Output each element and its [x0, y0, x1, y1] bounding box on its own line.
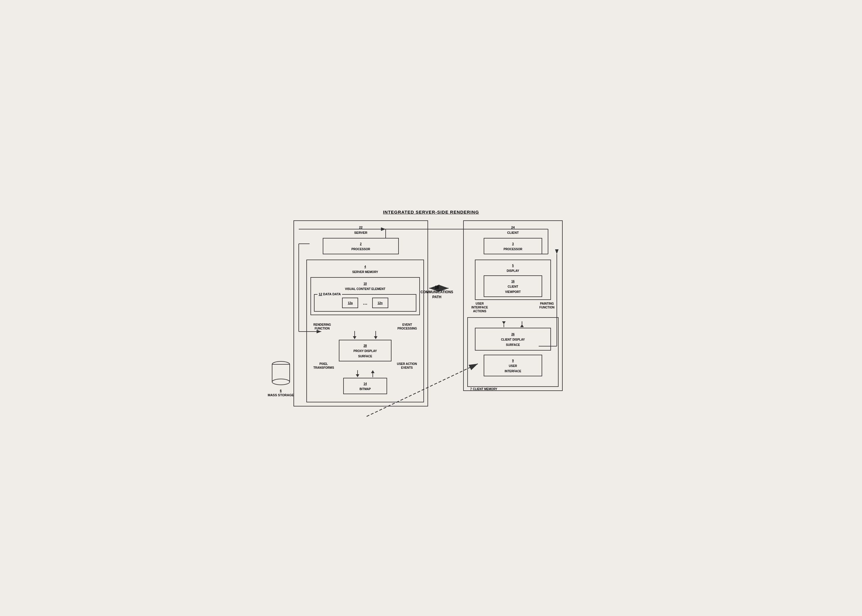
ui-actions-label: USERINTERFACEACTIONS: [471, 302, 488, 313]
rendering-function-label: RENDERINGFUNCTION: [313, 323, 331, 330]
visual-content-number: 10: [363, 282, 367, 285]
client-display-surface-box: 26 CLIENT DISPLAYSURFACE: [475, 328, 551, 350]
client-box: 24 CLIENT 3 PROCESSOR 5 DISPLAY 16 CLIEN…: [463, 220, 563, 391]
data-item-a: 12a: [342, 298, 358, 308]
comm-path-label: 18 COMMUNICATIONSPATH: [419, 285, 454, 299]
function-labels: RENDERINGFUNCTION EVENTPROCESSING: [311, 321, 420, 330]
viewport-box: 16 CLIENTVIEWPORT: [484, 275, 542, 297]
client-processor-label: PROCESSOR: [504, 248, 522, 251]
client-label-area: 24 CLIENT: [467, 225, 559, 235]
comm-path-area: 18 COMMUNICATIONSPATH: [419, 285, 454, 299]
proxy-number: 28: [363, 344, 367, 347]
proxy-label: PROXY DISPLAYSURFACE: [353, 349, 377, 358]
bitmap-label: BITMAP: [360, 387, 371, 391]
server-memory-text: SERVER MEMORY: [352, 270, 378, 273]
diagram-container: INTEGRATED SERVER-SIDE RENDERING 22 SERV…: [287, 201, 575, 415]
bitmap-box: 14 BITMAP: [343, 378, 387, 394]
event-processing-label: EVENTPROCESSING: [397, 323, 417, 330]
display-box: 5 DISPLAY 16 CLIENTVIEWPORT: [475, 259, 551, 300]
visual-content-text: VISUAL CONTENT ELEMENT: [345, 288, 385, 291]
server-box: 22 SERVER 2 PROCESSOR 4 SERVER MEMORY 10: [294, 220, 428, 407]
server-label: SERVER: [354, 231, 367, 234]
server-memory-box: 4 SERVER MEMORY 10 VISUAL CONTENT ELEMEN…: [306, 259, 424, 402]
svg-point-2: [272, 379, 290, 385]
server-processor-box: 2 PROCESSOR: [323, 238, 399, 254]
client-memory-label: 7 CLIENT MEMORY: [470, 387, 497, 391]
display-label: 5 DISPLAY: [478, 262, 548, 273]
visual-content-label: 10 VISUAL CONTENT ELEMENT: [314, 281, 416, 291]
client-number: 24: [511, 226, 515, 229]
mass-storage-area: 6 MASS STORAGE: [268, 360, 294, 397]
user-action-events-label: USER ACTIONEVENTS: [397, 362, 417, 369]
mass-storage-label: 6 MASS STORAGE: [268, 389, 294, 397]
bitmap-number: 14: [363, 382, 367, 385]
visual-content-box: 10 VISUAL CONTENT ELEMENT 12 DATA DATA 1…: [311, 277, 420, 315]
ui-painting-labels: USERINTERFACEACTIONS PAINTINGFUNCTION: [467, 300, 559, 314]
transform-labels: PIXELTRANSFORMS USER ACTIONEVENTS: [311, 361, 420, 369]
server-processor-label: PROCESSOR: [352, 248, 370, 251]
server-memory-label: 4 SERVER MEMORY: [311, 264, 420, 274]
user-interface-box: 9 USERINTERFACE: [484, 355, 542, 376]
server-memory-number: 4: [364, 265, 366, 268]
main-title: INTEGRATED SERVER-SIDE RENDERING: [294, 209, 568, 215]
data-item-n: 12n: [372, 298, 388, 308]
client-memory-box: 26 CLIENT DISPLAYSURFACE 9 USERINTERFACE…: [467, 317, 559, 387]
diagram-body: 22 SERVER 2 PROCESSOR 4 SERVER MEMORY 10: [294, 220, 568, 407]
painting-function-label: PAINTINGFUNCTION: [539, 302, 554, 313]
data-number-label: 12 DATA DATA: [317, 292, 342, 296]
pixel-transforms-label: PIXELTRANSFORMS: [313, 362, 334, 369]
proxy-arrow-area: [311, 331, 420, 339]
viewport-arrows: [471, 321, 554, 327]
client-label: CLIENT: [507, 231, 519, 234]
client-processor-box: 3 PROCESSOR: [484, 238, 542, 254]
server-label-area: 22 SERVER: [298, 225, 424, 235]
mass-storage-icon: [271, 360, 291, 386]
server-processor-number: 2: [360, 242, 362, 245]
server-number: 22: [359, 226, 363, 229]
data-container: 12 DATA DATA 12a ... 12n: [314, 294, 416, 312]
client-processor-number: 3: [512, 242, 514, 245]
dots: ...: [363, 300, 367, 306]
bitmap-arrow-area: [311, 370, 420, 377]
proxy-display-box: 28 PROXY DISPLAYSURFACE: [339, 340, 391, 361]
